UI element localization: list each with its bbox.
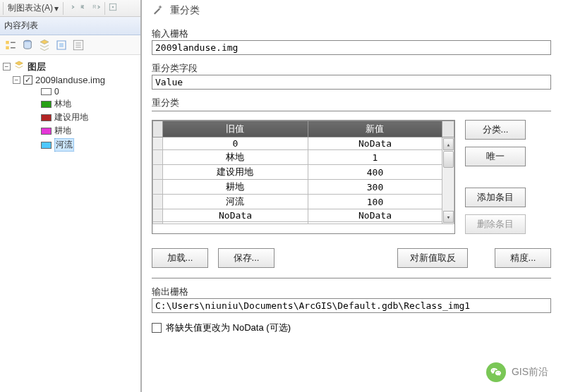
output-raster-input[interactable]: C:\Users\niuniu\Documents\ArcGIS\Default…	[152, 298, 551, 313]
options-icon[interactable]	[72, 39, 85, 51]
tree-root-label: 图层	[28, 61, 46, 73]
tree-class-row[interactable]: 0	[3, 86, 138, 97]
table-row: 耕地300	[153, 180, 454, 195]
col-old: 旧值	[163, 121, 308, 137]
tree-class-row[interactable]: 河流	[3, 137, 138, 152]
list-by-visibility-icon[interactable]	[38, 39, 51, 51]
swatch-icon	[41, 88, 52, 95]
table-row: 林地1	[153, 150, 454, 165]
list-by-drawing-icon[interactable]	[4, 39, 17, 51]
tree-root-row[interactable]: − 图层	[3, 59, 138, 74]
tree-class-row[interactable]: 耕地	[3, 124, 138, 137]
list-by-selection-icon[interactable]	[55, 39, 68, 51]
list-by-source-icon[interactable]	[21, 39, 34, 51]
collapse-icon[interactable]: −	[13, 76, 20, 84]
dropdown-icon: ▾	[54, 4, 59, 13]
watermark-text: GIS前沿	[512, 366, 548, 379]
reverse-button[interactable]: 对新值取反	[397, 248, 468, 268]
tree-class-row[interactable]: 建设用地	[3, 111, 138, 124]
class-label: 建设用地	[54, 111, 88, 123]
input-raster-label: 输入栅格	[152, 27, 551, 40]
svg-rect-4	[6, 41, 9, 44]
table-corner	[153, 121, 163, 137]
collapse-icon[interactable]: −	[3, 63, 11, 71]
cartographic-menu[interactable]: 制图表达(A) ▾	[6, 1, 60, 15]
class-label: 河流	[54, 138, 74, 152]
tree-layer-row[interactable]: − 2009landuse.img	[3, 74, 138, 86]
missing-nodata-checkbox[interactable]	[152, 323, 162, 333]
table-row: 0NoData ▴ ▾	[153, 137, 454, 150]
swatch-icon	[41, 128, 52, 135]
output-raster-label: 输出栅格	[152, 286, 551, 298]
scroll-down-icon[interactable]: ▾	[443, 211, 454, 223]
add-entry-button[interactable]: 添加条目	[465, 188, 526, 207]
tool-icon[interactable]	[108, 2, 118, 14]
top-toolbar: 制图表达(A) ▾ R R	[0, 0, 140, 17]
unique-button[interactable]: 唯一	[465, 147, 526, 166]
toc-toolbar	[0, 35, 140, 55]
missing-nodata-label: 将缺失值更改为 NoData (可选)	[166, 321, 291, 334]
wechat-icon	[486, 362, 506, 382]
tree-layer-label: 2009landuse.img	[35, 75, 105, 85]
menu-label: 制图表达(A)	[8, 2, 53, 14]
svg-text:R: R	[92, 4, 96, 9]
scrollbar-thumb[interactable]	[443, 151, 454, 168]
tree-class-row[interactable]: 林地	[3, 97, 138, 111]
reclass-section-label: 重分类	[152, 97, 551, 111]
reclass-table[interactable]: 旧值 新值 0NoData ▴ ▾ 林地1 建设用地400 耕地300 河流10…	[152, 120, 455, 234]
reclassify-dialog: 重分类 输入栅格 2009landuse.img 重分类字段 Value 重分类…	[142, 0, 561, 392]
swatch-icon	[41, 142, 52, 149]
layer-visibility-checkbox[interactable]	[23, 75, 32, 85]
precision-button[interactable]: 精度...	[495, 248, 551, 268]
svg-point-3	[112, 6, 114, 8]
load-button[interactable]: 加载...	[152, 248, 208, 268]
col-new: 新值	[308, 121, 442, 137]
svg-rect-5	[6, 46, 9, 49]
reclass-field-input[interactable]: Value	[152, 75, 551, 90]
class-label: 0	[54, 87, 59, 97]
table-row: NoDataNoData	[153, 209, 454, 222]
arrow-forward-icon[interactable]	[66, 2, 76, 14]
swatch-icon	[41, 114, 52, 121]
toc-panel: 制图表达(A) ▾ R R 内容列表 − 图层 −	[0, 0, 142, 392]
save-button[interactable]: 保存...	[218, 248, 275, 268]
delete-entry-button: 删除条目	[465, 214, 526, 234]
input-raster-input[interactable]: 2009landuse.img	[152, 40, 551, 55]
scroll-up-icon[interactable]: ▴	[443, 138, 454, 150]
tool-wand-icon	[152, 3, 164, 18]
layer-tree: − 图层 − 2009landuse.img 0 林地 建设用地	[0, 55, 140, 157]
swatch-icon	[41, 101, 52, 108]
class-label: 耕地	[54, 125, 71, 137]
arrow-back-r-icon[interactable]: R	[79, 2, 89, 14]
class-label: 林地	[54, 98, 71, 110]
table-row: 河流100	[153, 195, 454, 209]
layers-icon	[13, 60, 25, 73]
dialog-title: 重分类	[170, 4, 200, 17]
arrow-fwd-r-icon[interactable]: R	[92, 2, 102, 14]
classify-button[interactable]: 分类...	[465, 120, 526, 140]
toc-title: 内容列表	[0, 17, 140, 35]
table-row: 建设用地400	[153, 165, 454, 180]
reclass-field-label: 重分类字段	[152, 62, 551, 75]
table-row	[153, 222, 454, 224]
watermark: GIS前沿	[486, 362, 548, 382]
